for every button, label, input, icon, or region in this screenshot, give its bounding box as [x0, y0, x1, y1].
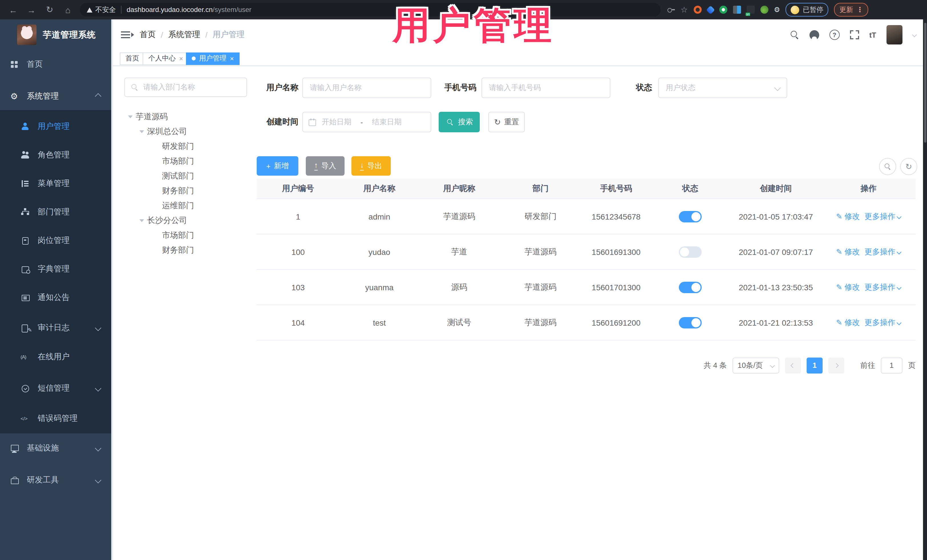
sidebar-item-home[interactable]: 首页 — [0, 52, 113, 77]
forward-icon[interactable]: → — [26, 5, 36, 15]
username-label: 用户名称 — [257, 83, 298, 93]
search-button[interactable]: 搜索 — [439, 112, 480, 132]
sidebar-item-audit-log[interactable]: 审计日志 — [0, 316, 113, 340]
app-logo[interactable]: 芋道管理系统 — [17, 23, 96, 46]
sidebar-item-users[interactable]: 用户管理 — [0, 114, 113, 139]
extension-icon[interactable] — [719, 6, 727, 14]
mobile-input[interactable]: 请输入手机号码 — [482, 77, 610, 98]
browser-menu-icon[interactable]: ⋮ — [857, 6, 863, 14]
more-actions-link[interactable]: 更多操作 — [865, 282, 901, 292]
extension-icon[interactable] — [706, 5, 715, 14]
user-avatar[interactable] — [886, 25, 903, 44]
show-search-button[interactable] — [879, 158, 896, 175]
status-toggle[interactable] — [679, 281, 702, 293]
more-actions-link[interactable]: 更多操作 — [865, 211, 901, 222]
sidebar-item-menus[interactable]: 菜单管理 — [0, 171, 113, 196]
sidebar-item-system[interactable]: 系统管理 — [0, 84, 113, 109]
more-actions-link[interactable]: 更多操作 — [865, 247, 901, 257]
status-toggle[interactable] — [679, 211, 702, 222]
status-toggle[interactable] — [679, 317, 702, 328]
scrollbar-thumb[interactable] — [924, 23, 926, 143]
extensions-puzzle-icon[interactable]: ⚙ — [774, 6, 780, 14]
tree-node[interactable]: 市场部门 — [125, 154, 247, 169]
breadcrumb-home[interactable]: 首页 — [140, 30, 156, 40]
sidebar-item-dev-tools[interactable]: 研发工具 — [0, 467, 113, 493]
edit-link[interactable]: ✎ 修改 — [836, 211, 860, 222]
tree-expand-icon[interactable] — [128, 115, 133, 118]
cell-created: 2021-01-05 17:03:47 — [730, 212, 821, 221]
sidebar-item-depts[interactable]: 部门管理 — [0, 200, 113, 225]
tree-node[interactable]: 市场部门 — [125, 228, 247, 243]
add-button[interactable]: + 新增 — [257, 156, 298, 176]
username-input[interactable]: 请输入用户名称 — [302, 77, 431, 98]
chevron-down-icon — [897, 285, 902, 290]
tab-home[interactable]: 首页 — [120, 52, 145, 65]
status-toggle[interactable] — [679, 246, 702, 258]
sidebar-item-notice[interactable]: 通知公告 — [0, 285, 113, 310]
url-bar[interactable]: 不安全 dashboard.yudao.iocoder.cn/system/us… — [80, 3, 661, 17]
prev-page-button[interactable] — [785, 357, 801, 373]
refresh-table-button[interactable]: ↻ — [900, 158, 917, 175]
back-icon[interactable]: ← — [8, 5, 18, 15]
sidebar-item-sms[interactable]: 短信管理 — [0, 376, 113, 401]
security-status[interactable]: 不安全 — [87, 5, 116, 15]
help-icon[interactable]: ? — [829, 30, 839, 40]
hamburger-icon[interactable] — [121, 31, 130, 32]
edit-label: 修改 — [845, 282, 860, 291]
page-scrollbar[interactable] — [923, 20, 927, 560]
breadcrumb-system[interactable]: 系统管理 — [168, 30, 200, 40]
avatar-dropdown-icon[interactable] — [912, 32, 917, 37]
extension-icon[interactable] — [760, 6, 768, 14]
more-actions-link[interactable]: 更多操作 — [865, 317, 901, 328]
font-size-icon[interactable]: tT — [869, 30, 876, 39]
chevron-left-icon — [791, 363, 795, 368]
sidebar-item-online-users[interactable]: 在线用户 — [0, 344, 113, 370]
tree-node[interactable]: 测试部门 — [125, 169, 247, 184]
tree-node[interactable]: 研发部门 — [125, 139, 247, 154]
next-page-button[interactable] — [828, 357, 844, 373]
extension-icon[interactable] — [733, 6, 741, 14]
tab-profile[interactable]: 个人中心 × — [143, 52, 189, 65]
tree-expand-icon[interactable] — [140, 130, 144, 133]
search-icon[interactable] — [790, 30, 799, 39]
tab-user-management[interactable]: 用户管理 × — [186, 52, 240, 65]
sidebar-item-dict[interactable]: 字典管理 — [0, 256, 113, 282]
edit-link[interactable]: ✎ 修改 — [836, 247, 860, 257]
tree-node[interactable]: 财务部门 — [125, 243, 247, 258]
tree-node[interactable]: 长沙分公司 — [125, 213, 247, 228]
home-icon[interactable]: ⌂ — [63, 5, 73, 15]
page-number-button[interactable]: 1 — [807, 357, 823, 373]
tree-node[interactable]: 财务部门 — [125, 184, 247, 199]
edit-link[interactable]: ✎ 修改 — [836, 317, 860, 328]
sidebar-item-infrastructure[interactable]: 基础设施 — [0, 436, 113, 461]
bookmark-star-icon[interactable]: ☆ — [681, 5, 688, 14]
edit-link[interactable]: ✎ 修改 — [836, 282, 860, 292]
tree-node[interactable]: 深圳总公司 — [125, 124, 247, 139]
cell-nickname: 测试号 — [419, 317, 499, 328]
reload-icon[interactable]: ↻ — [44, 5, 55, 15]
github-icon[interactable] — [809, 30, 819, 39]
sidebar-item-posts[interactable]: 岗位管理 — [0, 228, 113, 253]
close-icon[interactable]: × — [230, 55, 234, 62]
profile-chip[interactable]: 已暂停 — [786, 3, 828, 17]
import-button[interactable]: ↑ 导入 — [306, 156, 345, 176]
sidebar-item-roles[interactable]: 角色管理 — [0, 143, 113, 168]
tree-node[interactable]: 芋道源码 — [125, 109, 247, 124]
tree-expand-icon[interactable] — [140, 219, 144, 222]
navbar-actions: ? tT — [790, 20, 916, 50]
sidebar-item-error-codes[interactable]: 错误码管理 — [0, 406, 113, 431]
chrome-update-button[interactable]: 更新 ⋮ — [834, 3, 869, 17]
extension-icon[interactable] — [693, 6, 701, 14]
status-select[interactable]: 用户状态 — [658, 77, 787, 98]
reset-button[interactable]: ↻ 重置 — [488, 112, 525, 132]
export-button[interactable]: ↓ 导出 — [351, 156, 391, 176]
fullscreen-icon[interactable] — [850, 30, 859, 39]
extension-icon[interactable] — [746, 6, 754, 14]
page-size-select[interactable]: 10条/页 — [732, 357, 779, 373]
date-range-input[interactable]: 开始日期 - 结束日期 — [302, 112, 431, 132]
tree-node[interactable]: 运维部门 — [125, 199, 247, 213]
password-key-icon[interactable] — [667, 8, 675, 12]
close-icon[interactable]: × — [179, 55, 183, 62]
goto-page-input[interactable] — [881, 357, 903, 373]
department-search-input[interactable]: 请输入部门名称 — [125, 77, 247, 97]
